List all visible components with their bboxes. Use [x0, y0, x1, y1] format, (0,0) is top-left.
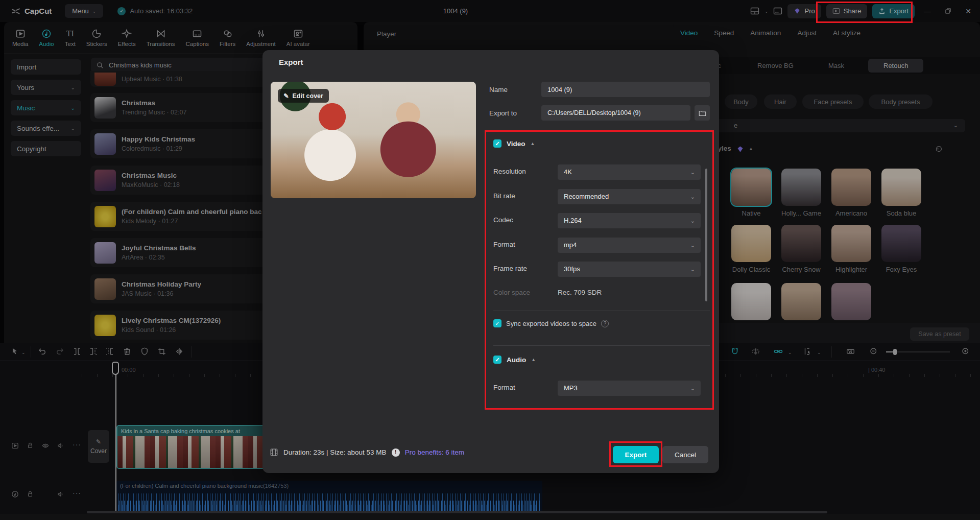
dialog-title: Export	[279, 58, 303, 66]
edit-cover-button[interactable]: ✎ Edit cover	[278, 89, 329, 103]
film-icon	[270, 448, 278, 457]
export-path-field[interactable]	[541, 105, 690, 121]
cover-preview: ✎ Edit cover	[271, 82, 476, 198]
pro-benefits-link[interactable]: Pro benefits: 6 item	[405, 448, 464, 456]
name-label: Name	[489, 86, 508, 93]
cancel-button[interactable]: Cancel	[662, 446, 708, 463]
dialog-footer-info: Duration: 23s | Size: about 53 MB ! Pro …	[270, 448, 464, 457]
annotation-export-button	[609, 441, 662, 467]
duration-size-text: Duration: 23s | Size: about 53 MB	[283, 448, 387, 456]
annotation-share-export	[816, 2, 913, 23]
name-field[interactable]	[541, 82, 710, 97]
export-to-label: Export to	[489, 109, 517, 117]
pencil-icon: ✎	[283, 92, 289, 100]
browse-folder-button[interactable]	[695, 105, 710, 121]
capcut-app: CapCut Menu ⌄ ✓ Auto saved: 16:03:32 100…	[0, 0, 980, 520]
annotation-settings	[485, 130, 714, 410]
alert-icon: !	[392, 448, 400, 457]
